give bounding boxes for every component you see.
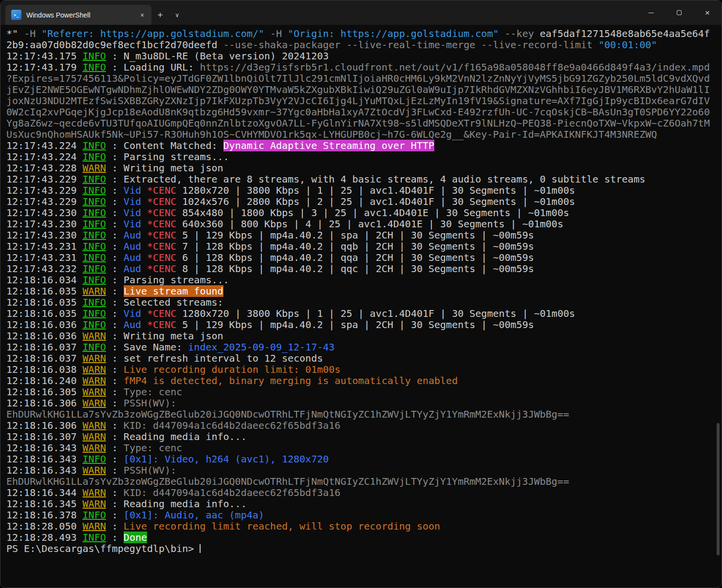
terminal-line: 12:18:28.493 INFO : Done (6, 532, 722, 543)
terminal-line: 0W2cIq2xvPGqejKjgJcp18eAodU8nK9qtbzg6Hd5… (6, 107, 722, 118)
terminal-line: joxNzU3NDU2MTEzfSwiSXBBZGRyZXNzIjp7IkFXU… (6, 95, 722, 107)
terminal-line: 12:17:43.175 INFO : N_m3u8DL-RE (Beta ve… (6, 51, 722, 62)
terminal-line: 12:18:16.036 WARN : Writing meta json (6, 331, 722, 342)
text-cursor (200, 544, 201, 553)
terminal-line: 12:18:16.306 WARN : KID: d447094a1c6d4b2… (6, 420, 722, 431)
terminal-line: *" -H "Referer: https://app.golstadium.c… (6, 28, 722, 39)
terminal-line: 12:18:16.038 WARN : Live recording durat… (6, 364, 722, 375)
terminal-line: 12:18:16.035 WARN : Live stream found (6, 286, 722, 297)
terminal-line: 12:18:16.035 INFO : Vid *CENC 1280x720 |… (6, 308, 722, 319)
terminal-line: 12:18:16.378 INFO : [0x1]: Audio, aac (m… (6, 510, 722, 521)
tab-dropdown-button[interactable]: ∨ (169, 5, 185, 25)
terminal-line: 12:18:16.037 INFO : Save Name: index_202… (6, 342, 722, 353)
terminal-line: 12:18:16.306 WARN : PSSH(WV): (6, 398, 722, 409)
terminal-line: PS E:\Descargas\ffmpegytdlp\bin> (6, 543, 722, 554)
terminal-line: 12:17:43.230 INFO : Vid *CENC 640x360 | … (6, 219, 722, 230)
terminal-line: 12:18:16.034 INFO : Parsing streams... (6, 275, 722, 286)
terminal-line: 12:18:28.050 WARN : Live recording limit… (6, 521, 722, 532)
terminal-line: 12:18:16.307 WARN : Reading media info..… (6, 431, 722, 442)
terminal-line: 12:18:16.343 WARN : PSSH(WV): (6, 465, 722, 476)
new-tab-button[interactable]: + (151, 5, 169, 25)
terminal-line: EhDURwlKHG1LLa7sYvZb3zoWGgZBeGlub20iJGQ0… (6, 476, 722, 487)
terminal-line: 12:18:16.345 WARN : Reading media info..… (6, 498, 722, 510)
close-icon: × (705, 9, 710, 17)
titlebar-drag-area[interactable] (185, 0, 637, 25)
maximize-icon (677, 10, 682, 15)
terminal-line: ?Expires=1757456113&Policy=eyJTdGF0ZW1lb… (6, 73, 722, 84)
terminal-line: 12:18:16.305 WARN : Type: cenc (6, 386, 722, 398)
terminal-line: 12:18:16.240 WARN : fMP4 is detected, bi… (6, 375, 722, 386)
tab-close-icon[interactable]: × (136, 9, 148, 21)
minimize-icon (648, 13, 654, 13)
terminal-window: >_ Windows PowerShell × + ∨ × *" -H "Ref… (0, 0, 722, 588)
maximize-button[interactable] (665, 0, 693, 25)
terminal-line: 12:18:16.344 WARN : KID: d447094a1c6d4b2… (6, 487, 722, 498)
terminal-line: 12:18:16.037 WARN : set refresh interval… (6, 353, 722, 364)
terminal-line: 12:17:43.230 INFO : Aud *CENC 5 | 129 Kb… (6, 230, 722, 241)
scrollbar-thumb[interactable] (717, 423, 720, 555)
terminal-line: 12:18:16.343 WARN : Type: cenc (6, 442, 722, 454)
minimize-button[interactable] (637, 0, 665, 25)
terminal-output[interactable]: *" -H "Referer: https://app.golstadium.c… (0, 25, 722, 588)
close-button[interactable]: × (693, 0, 722, 25)
terminal-line: UsXuc9nQhomHSAUkf5Nk~UPi57-R3OHuh9h1OS~C… (6, 129, 722, 140)
terminal-line: 12:17:43.228 WARN : Writing meta json (6, 163, 722, 174)
terminal-line: 12:17:43.224 INFO : Content Matched: Dyn… (6, 140, 722, 151)
terminal-line: 12:17:43.179 INFO : Loading URL: https:/… (6, 62, 722, 73)
terminal-line: 12:17:43.230 INFO : Vid *CENC 854x480 | … (6, 207, 722, 219)
terminal-line: Yg8aZ6wz~qecde6vTU3TUfqoAIUGmpQEq0nnZnlb… (6, 118, 722, 129)
terminal-line: 12:18:16.343 INFO : [0x1]: Video, h264 (… (6, 454, 722, 465)
terminal-line: 12:17:43.229 INFO : Vid *CENC 1024x576 |… (6, 196, 722, 207)
tab-windows-powershell[interactable]: >_ Windows PowerShell × (5, 5, 151, 25)
powershell-icon: >_ (11, 10, 21, 20)
terminal-line: jEvZjE2NWE5OGEwNTgwNDhmZjhlOWEwNDY2ZDg0O… (6, 84, 722, 95)
terminal-line: 12:18:16.036 INFO : Aud *CENC 5 | 129 Kb… (6, 319, 722, 331)
terminal-line: 12:17:43.231 INFO : Aud *CENC 6 | 128 Kb… (6, 252, 722, 263)
terminal-line: 12:17:43.229 INFO : Vid *CENC 1280x720 |… (6, 185, 722, 196)
terminal-line: 12:17:43.232 INFO : Aud *CENC 8 | 128 Kb… (6, 263, 722, 275)
terminal-line: 12:17:43.231 INFO : Aud *CENC 7 | 128 Kb… (6, 241, 722, 252)
tab-title: Windows PowerShell (26, 11, 131, 19)
titlebar: >_ Windows PowerShell × + ∨ × (0, 0, 722, 25)
terminal-line: 2b9:aa07d0b82d0c9ef8ecf1bcf2d70deefd --u… (6, 39, 722, 51)
terminal-line: EhDURwlKHG1LLa7sYvZb3zoWGgZBeGlub20iJGQ0… (6, 409, 722, 420)
terminal-line: 12:17:43.229 INFO : Extracted, there are… (6, 174, 722, 185)
terminal-line: 12:17:43.224 INFO : Parsing streams... (6, 151, 722, 163)
terminal-line: 12:18:16.035 INFO : Selected streams: (6, 297, 722, 308)
